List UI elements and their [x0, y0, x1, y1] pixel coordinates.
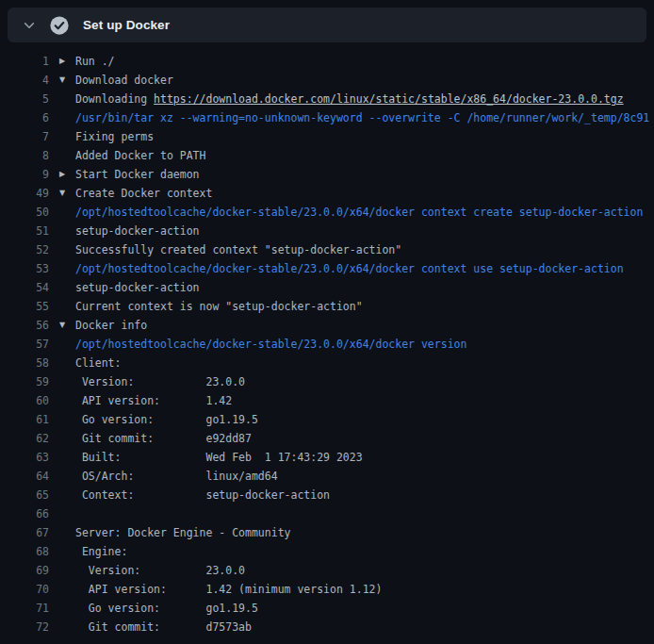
step-title: Set up Docker — [83, 18, 170, 32]
chevron-down-icon[interactable] — [21, 19, 38, 32]
log-line-row: 72 Git commit: d7573ab — [0, 618, 654, 636]
line-number[interactable]: 52 — [0, 240, 49, 259]
command-text: /opt/hostedtoolcache/docker-stable/23.0.… — [75, 338, 466, 351]
group-collapsed-icon[interactable]: ▶ — [49, 52, 75, 71]
log-line-row: 67Server: Docker Engine - Community — [0, 523, 654, 542]
line-number[interactable]: 63 — [0, 448, 49, 467]
line-number[interactable]: 64 — [0, 467, 49, 486]
log-line-row: 5Downloading https://download.docker.com… — [0, 90, 654, 108]
line-number[interactable]: 69 — [0, 561, 49, 580]
marker-spacer — [49, 146, 75, 165]
log-line-row: 60 API version: 1.42 — [0, 391, 654, 410]
log-group-header-row[interactable]: 56▼Docker info — [0, 316, 654, 335]
log-line-row: 70 API version: 1.42 (minimum version 1.… — [0, 580, 654, 599]
marker-spacer — [49, 335, 75, 354]
log-line-row: 62 Git commit: e92dd87 — [0, 429, 654, 448]
plain-text: Version: 23.0.0 — [75, 375, 245, 388]
log-line-text: Client: — [75, 354, 654, 372]
line-number[interactable]: 60 — [0, 391, 49, 410]
line-number[interactable]: 55 — [0, 297, 49, 316]
line-number[interactable]: 5 — [0, 90, 49, 108]
group-expanded-icon[interactable]: ▼ — [49, 71, 75, 90]
log-line-text: Engine: — [75, 542, 654, 561]
line-number[interactable]: 8 — [0, 146, 49, 165]
line-number[interactable]: 7 — [0, 127, 49, 146]
line-number[interactable]: 71 — [0, 599, 49, 618]
plain-text: Go version: go1.19.5 — [75, 413, 258, 426]
line-number[interactable]: 49 — [0, 184, 49, 203]
plain-text: Successfully created context "setup-dock… — [75, 243, 401, 256]
log-group-header-row[interactable]: 1▶Run ./ — [0, 52, 654, 71]
line-number[interactable]: 50 — [0, 203, 49, 222]
line-number[interactable]: 62 — [0, 429, 49, 448]
command-text: /opt/hostedtoolcache/docker-stable/23.0.… — [75, 206, 643, 219]
log-line-text: Git commit: e92dd87 — [75, 429, 654, 448]
line-number[interactable]: 4 — [0, 71, 49, 90]
line-number[interactable]: 57 — [0, 335, 49, 354]
marker-spacer — [49, 108, 75, 127]
marker-spacer — [49, 523, 75, 542]
line-number[interactable]: 70 — [0, 580, 49, 599]
group-collapsed-icon[interactable]: ▶ — [49, 165, 75, 184]
download-url-link[interactable]: https://download.docker.com/linux/static… — [154, 92, 624, 106]
marker-spacer — [49, 504, 75, 523]
line-number[interactable]: 67 — [0, 523, 49, 542]
plain-text: Client: — [75, 356, 121, 370]
log-line-text: Docker info — [75, 316, 654, 335]
log-line-row: 51setup-docker-action — [0, 222, 654, 240]
log-line-row: 8Added Docker to PATH — [0, 146, 654, 165]
plain-text: Download docker — [75, 74, 173, 87]
log-group-header-row[interactable]: 9▶Start Docker daemon — [0, 165, 654, 184]
marker-spacer — [49, 467, 75, 486]
plain-text: setup-docker-action — [75, 281, 200, 294]
log-line-text: Go version: go1.19.5 — [75, 410, 654, 429]
log-line-text: Server: Docker Engine - Community — [75, 523, 654, 542]
log-line-row: 61 Go version: go1.19.5 — [0, 410, 654, 429]
line-number[interactable]: 59 — [0, 372, 49, 391]
line-number[interactable]: 9 — [0, 165, 49, 184]
line-number[interactable]: 51 — [0, 222, 49, 240]
marker-spacer — [49, 561, 75, 580]
log-line-row: 7Fixing perms — [0, 127, 654, 146]
log-line-text: Added Docker to PATH — [75, 146, 654, 165]
line-number[interactable]: 72 — [0, 618, 49, 636]
plain-text: Fixing perms — [75, 130, 154, 143]
log-group-header-row[interactable]: 49▼Create Docker context — [0, 184, 654, 203]
plain-text: Create Docker context — [75, 187, 212, 200]
marker-spacer — [49, 391, 75, 410]
plain-text: Downloading — [75, 92, 154, 106]
step-header[interactable]: Set up Docker — [8, 8, 646, 42]
log-line-text: Go version: go1.19.5 — [75, 599, 654, 618]
plain-text: Go version: go1.19.5 — [75, 602, 258, 615]
line-number[interactable]: 66 — [0, 504, 49, 523]
plain-text: Git commit: d7573ab — [75, 620, 252, 634]
log-line-row: 71 Go version: go1.19.5 — [0, 599, 654, 618]
group-expanded-icon[interactable]: ▼ — [49, 316, 75, 335]
plain-text: Built: Wed Feb 1 17:43:29 2023 — [75, 451, 363, 464]
plain-text: Start Docker daemon — [75, 168, 200, 181]
log-line-row: 55Current context is now "setup-docker-a… — [0, 297, 654, 316]
line-number[interactable]: 1 — [0, 52, 49, 71]
log-line-row: 54setup-docker-action — [0, 278, 654, 297]
marker-spacer — [49, 580, 75, 599]
line-number[interactable]: 56 — [0, 316, 49, 335]
log-line-text: Create Docker context — [75, 184, 654, 203]
marker-spacer — [49, 618, 75, 636]
log-group-header-row[interactable]: 4▼Download docker — [0, 71, 654, 90]
plain-text: Docker info — [75, 319, 147, 332]
line-number[interactable]: 61 — [0, 410, 49, 429]
line-number[interactable]: 65 — [0, 486, 49, 504]
line-number[interactable]: 53 — [0, 259, 49, 278]
line-number[interactable]: 68 — [0, 542, 49, 561]
line-number[interactable]: 54 — [0, 278, 49, 297]
group-expanded-icon[interactable]: ▼ — [49, 184, 75, 203]
log-line-text: /opt/hostedtoolcache/docker-stable/23.0.… — [75, 203, 654, 222]
log-line-text: OS/Arch: linux/amd64 — [75, 467, 654, 486]
line-number[interactable]: 58 — [0, 354, 49, 372]
log-line-row: 66 — [0, 504, 654, 523]
line-number[interactable]: 6 — [0, 108, 49, 127]
plain-text: Run ./ — [75, 55, 115, 68]
log-line-text: Download docker — [75, 71, 654, 90]
log-line-text: Built: Wed Feb 1 17:43:29 2023 — [75, 448, 654, 467]
marker-spacer — [49, 90, 75, 108]
